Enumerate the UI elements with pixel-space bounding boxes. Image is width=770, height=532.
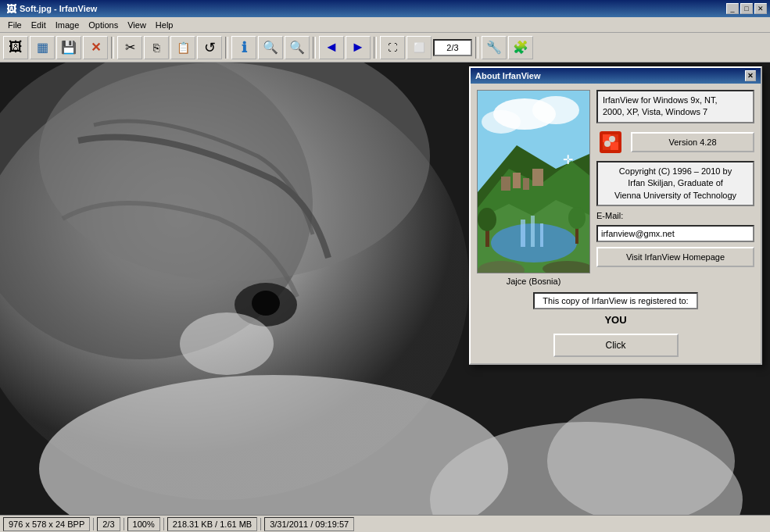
svg-rect-24 (540, 223, 543, 247)
click-label: Click (606, 340, 626, 351)
separator-4 (374, 37, 377, 59)
title-bar: 🖼 Soft.jpg - IrfanView _ □ ✕ (0, 0, 770, 17)
save-button[interactable]: 💾 (56, 36, 81, 59)
paste-icon: 📋 (177, 41, 190, 54)
film-button[interactable]: ▦ (30, 36, 55, 59)
svg-point-28 (478, 208, 496, 231)
undo-icon: ↺ (204, 39, 216, 56)
dimensions-status: 976 x 578 x 24 BPP (3, 517, 90, 531)
settings-button[interactable]: 🔧 (482, 36, 507, 59)
forward-button[interactable]: ► (346, 36, 371, 59)
menu-edit[interactable]: Edit (27, 19, 51, 31)
about-copyright: Copyright (C) 1996 – 2010 by Irfan Skilj… (596, 161, 754, 206)
email-value: irfanview@gmx.net (601, 229, 675, 238)
separator-3 (313, 37, 316, 59)
menu-image[interactable]: Image (51, 19, 84, 31)
about-platform: IrfanView for Windows 9x, NT, 2000, XP, … (596, 90, 754, 123)
close-button[interactable]: ✕ (83, 36, 108, 59)
toolbar: 🖼 ▦ 💾 ✕ ✂ ⎘ 📋 ↺ ℹ 🔍 🔍 ◄ ► ⛶ ⬜ 2/3 (0, 33, 770, 62)
minimize-button[interactable]: _ (726, 3, 739, 14)
zoom-out-icon: 🔍 (289, 40, 305, 55)
maximize-button[interactable]: □ (740, 3, 753, 14)
fullscreen-icon: ⛶ (388, 42, 397, 53)
separator-2 (225, 37, 228, 59)
registered-to: YOU (604, 314, 626, 326)
svg-rect-19 (532, 169, 543, 186)
paste-button[interactable]: 📋 (170, 36, 195, 59)
status-bar: 976 x 578 x 24 BPP 2/3 100% 218.31 KB / … (0, 515, 770, 532)
about-image-section: Jajce (Bosnia) (477, 90, 590, 286)
save-icon: 💾 (61, 40, 77, 55)
svg-point-37 (604, 141, 611, 147)
svg-point-36 (609, 136, 615, 142)
copy-icon: ⎘ (153, 41, 159, 54)
zoom-out-button[interactable]: 🔍 (285, 36, 310, 59)
forward-icon: ► (351, 39, 365, 55)
info-icon: ℹ (242, 39, 247, 56)
svg-rect-16 (501, 177, 510, 191)
email-field: irfanview@gmx.net (596, 225, 754, 242)
about-close-button[interactable]: ✕ (745, 70, 756, 81)
registered-box: This copy of IrfanView is registered to: (533, 292, 697, 309)
menu-view[interactable]: View (123, 19, 151, 31)
stretch-button[interactable]: ⬜ (406, 36, 432, 59)
menu-file[interactable]: File (3, 19, 27, 31)
film-icon: ▦ (37, 40, 48, 55)
svg-point-6 (252, 291, 280, 316)
menu-help[interactable]: Help (151, 19, 178, 31)
plugin-button[interactable]: 🧩 (508, 36, 533, 59)
zoom-status: 100% (127, 517, 160, 531)
svg-point-30 (568, 207, 586, 229)
svg-rect-35 (611, 142, 618, 150)
status-divider-3 (163, 518, 164, 530)
svg-rect-23 (531, 216, 535, 247)
stretch-icon: ⬜ (414, 42, 425, 53)
title-text: 🖼 Soft.jpg - IrfanView (3, 3, 97, 15)
email-label: E-Mail: (596, 211, 754, 220)
back-button[interactable]: ◄ (319, 36, 344, 59)
about-version-row: Version 4.28 (596, 128, 754, 156)
separator-5 (475, 37, 478, 59)
copy-button[interactable]: ⎘ (144, 36, 169, 59)
app-icon: 🖼 (6, 3, 16, 15)
platform-text: IrfanView for Windows 9x, NT, 2000, XP, … (603, 95, 718, 116)
page-status: 2/3 (97, 517, 120, 531)
homepage-button[interactable]: Visit IrfanView Homepage (596, 247, 754, 267)
click-button[interactable]: Click (553, 334, 679, 357)
status-divider-1 (93, 518, 94, 530)
about-right-section: IrfanView for Windows 9x, NT, 2000, XP, … (596, 90, 754, 286)
status-divider-4 (260, 518, 261, 530)
svg-point-12 (532, 96, 579, 124)
cut-button[interactable]: ✂ (117, 36, 142, 59)
cut-icon: ✂ (125, 40, 135, 55)
fullscreen-button[interactable]: ⛶ (380, 36, 405, 59)
about-content: Jajce (Bosnia) IrfanView for Windows 9x,… (471, 84, 761, 363)
close-window-button[interactable]: ✕ (754, 3, 767, 14)
filesize-status: 218.31 KB / 1.61 MB (167, 517, 258, 531)
svg-point-7 (180, 312, 274, 375)
menu-options[interactable]: Options (84, 19, 123, 31)
undo-button[interactable]: ↺ (197, 36, 222, 59)
version-button[interactable]: Version 4.28 (631, 132, 754, 152)
info-button[interactable]: ℹ (231, 36, 256, 59)
jajce-caption: Jajce (Bosnia) (507, 277, 561, 286)
page-display: 2/3 (446, 43, 458, 52)
svg-rect-17 (513, 173, 521, 188)
window-title: Soft.jpg - IrfanView (20, 4, 97, 13)
zoom-in-icon: 🔍 (263, 40, 278, 55)
settings-icon: 🔧 (486, 40, 502, 55)
datetime-status: 3/31/2011 / 09:19:57 (264, 517, 354, 531)
svg-point-13 (482, 110, 521, 134)
jajce-image (477, 90, 590, 273)
about-title: About IrfanView (475, 71, 541, 80)
about-dialog: About IrfanView ✕ (469, 66, 762, 365)
new-button[interactable]: 🖼 (3, 36, 28, 59)
menu-bar: File Edit Image Options View Help (0, 17, 770, 33)
main-area: About IrfanView ✕ (0, 62, 770, 515)
zoom-in-button[interactable]: 🔍 (258, 36, 283, 59)
homepage-label: Visit IrfanView Homepage (626, 252, 725, 262)
title-buttons: _ □ ✕ (726, 3, 767, 14)
copyright-text: Copyright (C) 1996 – 2010 by Irfan Skilj… (614, 166, 736, 200)
back-icon: ◄ (324, 39, 338, 55)
version-label: Version 4.28 (668, 137, 716, 147)
